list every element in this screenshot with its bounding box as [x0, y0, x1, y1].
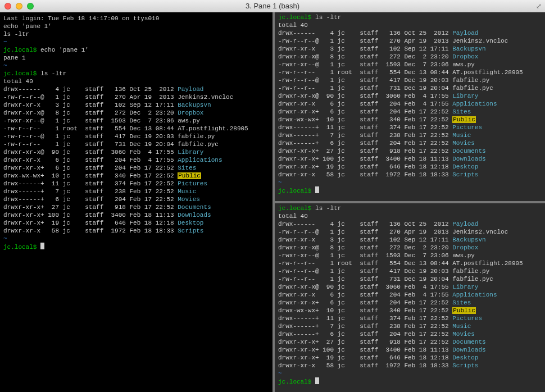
- pane-left[interactable]: Last login: Tue Feb 18 14:17:09 on ttys0…: [0, 12, 272, 392]
- close-icon[interactable]: [4, 3, 11, 10]
- ls-row: drwxr-xr-x+ 6 jc staff 204 Feb 17 22:52 …: [278, 299, 542, 307]
- file-music: Music: [452, 323, 471, 330]
- ls-row: drwxr-xr-x 3 jc staff 102 Sep 12 17:11 B…: [278, 45, 542, 53]
- file-fabfile-py: fabfile.py: [452, 268, 489, 275]
- file-aws-py: aws.py: [452, 61, 475, 68]
- terminal-area: Last login: Tue Feb 18 14:17:09 on ttys0…: [0, 12, 545, 392]
- file-music: Music: [178, 188, 196, 195]
- file-public: Public: [178, 172, 201, 179]
- ls-row: -rw-r--r--@ 1 jc staff 417 Dec 19 20:03 …: [278, 267, 542, 275]
- ls-row: drwxr-xr-x 3 jc staff 102 Sep 12 17:11 B…: [3, 101, 269, 109]
- ls-row: drwxr-xr-x+ 19 jc staff 646 Feb 18 12:18…: [278, 163, 542, 171]
- file-fabfile-pyc: fabfile.pyc: [178, 141, 219, 148]
- prompt-host: jc.local$: [278, 205, 311, 212]
- file-aws-py: aws.py: [452, 252, 475, 259]
- ls-row: -rw-r--r--@ 1 jc staff 270 Apr 19 2013 J…: [278, 228, 542, 236]
- file-library: Library: [452, 93, 478, 99]
- file-library: Library: [452, 284, 478, 290]
- file-backupsvn: Backupsvn: [178, 102, 211, 108]
- ls-row: -rw-r--r-- 1 jc staff 731 Dec 19 20:04 f…: [3, 140, 269, 148]
- prompt-line: jc.local$: [278, 186, 542, 195]
- window-title: 3. Pane 1 (bash): [0, 2, 545, 10]
- prompt-host: jc.local$: [3, 70, 37, 77]
- cursor: [40, 243, 44, 249]
- file-downloads: Downloads: [452, 347, 485, 353]
- file-movies: Movies: [452, 331, 475, 338]
- ls-row: drwxr-xr-x 58 jc staff 1972 Feb 18 18:33…: [278, 362, 542, 370]
- file-pictures: Pictures: [452, 124, 482, 131]
- ls-row: drwxr-xr-x 6 jc staff 204 Feb 4 17:55 Ap…: [278, 291, 542, 299]
- file-applications: Applications: [452, 101, 497, 107]
- file-aws-py: aws.py: [178, 117, 200, 124]
- ls-row: drwxr-xr-x@ 90 jc staff 3060 Feb 4 17:55…: [278, 92, 542, 100]
- ls-row: drwxr-xr-x@ 90 jc staff 3060 Feb 4 17:55…: [3, 148, 269, 156]
- ls-row: drwxr-xr-x+ 27 jc staff 918 Feb 17 22:52…: [278, 338, 542, 346]
- tilde-line: ~: [278, 179, 542, 186]
- ls-row: drwx------+ 11 jc staff 374 Feb 17 22:52…: [278, 124, 542, 131]
- ls-row: -rw-r--r-- 1 root staff 554 Dec 13 08:44…: [278, 69, 542, 76]
- ls-row: -rw-r--r--@ 1 jc staff 270 Apr 19 2013 J…: [3, 93, 269, 101]
- prompt-host: jc.local$: [278, 188, 311, 194]
- file-movies: Movies: [452, 140, 475, 147]
- prompt-host: jc.local$: [3, 47, 37, 53]
- prompt-line: jc.local$ ls -ltr: [278, 13, 542, 21]
- ls-row: drwxr-xr-x+ 27 jc staff 918 Feb 17 22:52…: [278, 147, 542, 155]
- file-documents: Documents: [452, 339, 485, 345]
- ls-row: drwx------+ 6 jc staff 204 Feb 17 22:52 …: [278, 330, 542, 338]
- file-applications: Applications: [452, 291, 497, 298]
- ls-total: total 40: [278, 21, 542, 29]
- file-desktop: Desktop: [452, 354, 478, 361]
- file-at-postflight-28905: AT.postflight.28905: [178, 125, 248, 132]
- file-library: Library: [178, 149, 203, 156]
- file-jenkins2-vncloc: Jenkins2.vncloc: [452, 38, 508, 44]
- ls-row: -rw-r--r--@ 1 jc staff 417 Dec 19 20:03 …: [278, 76, 542, 84]
- zoom-icon[interactable]: [27, 3, 34, 10]
- tilde-line: ~: [3, 38, 269, 46]
- ls-row: drwxr-xr-x+ 100 jc staff 3400 Feb 18 11:…: [3, 211, 269, 219]
- file-sites: Sites: [178, 165, 196, 171]
- ls-row: -rwxr-xr--@ 1 jc staff 1593 Dec 7 23:06 …: [3, 117, 269, 125]
- file-pictures: Pictures: [452, 315, 482, 322]
- prompt-host: jc.local$: [3, 244, 37, 250]
- file-backupsvn: Backupsvn: [452, 236, 485, 243]
- ls-row: drwxr-xr-x+ 6 jc staff 204 Feb 17 22:52 …: [3, 164, 269, 172]
- ls-row: -rw-r--r-- 1 jc staff 731 Dec 19 20:04 f…: [278, 84, 542, 92]
- file-backupsvn: Backupsvn: [452, 45, 485, 52]
- header-line: ls -ltr: [3, 30, 269, 38]
- pane-right-bottom[interactable]: jc.local$ ls -ltrtotal 40drwx------ 4 jc…: [275, 201, 545, 392]
- ls-row: drwx------+ 7 jc staff 238 Feb 17 22:52 …: [278, 131, 542, 139]
- file-fabfile-pyc: fabfile.pyc: [452, 85, 493, 92]
- ls-row: drwx------ 4 jc staff 136 Oct 25 2012 Pa…: [3, 85, 269, 93]
- file-downloads: Downloads: [452, 156, 485, 162]
- right-column: jc.local$ ls -ltrtotal 40drwx------ 4 jc…: [272, 12, 545, 392]
- expand-icon[interactable]: ⤢: [536, 2, 542, 10]
- prompt-line: jc.local$: [278, 377, 542, 386]
- pane-right-top[interactable]: jc.local$ ls -ltrtotal 40drwx------ 4 jc…: [275, 12, 545, 201]
- ls-row: drwxr-xr-x@ 90 jc staff 3060 Feb 4 17:55…: [278, 283, 542, 291]
- file-fabfile-pyc: fabfile.pyc: [452, 276, 493, 282]
- prompt-command: ls -ltr: [40, 70, 66, 77]
- cursor: [315, 377, 319, 384]
- ls-row: drwxr-xr-x 58 jc staff 1972 Feb 18 18:33…: [278, 171, 542, 179]
- prompt-line: jc.local$ ls -ltr: [278, 204, 542, 212]
- prompt-command: echo 'pane 1': [40, 47, 89, 53]
- file-scripts: Scripts: [452, 362, 478, 369]
- header-line: echo 'pane 1': [3, 22, 269, 30]
- ls-row: drwx-wx-wx+ 10 jc staff 340 Feb 17 22:52…: [3, 172, 269, 180]
- ls-row: drwxr-xr-x+ 27 jc staff 918 Feb 17 22:52…: [3, 203, 269, 211]
- ls-row: drwxr-xr-x 58 jc staff 1972 Feb 18 18:33…: [3, 227, 269, 235]
- file-sites: Sites: [452, 108, 471, 115]
- file-payload: Payload: [452, 30, 478, 37]
- header-line: Last login: Tue Feb 18 14:17:09 on ttys0…: [3, 15, 269, 22]
- ls-row: drwxr-xr-x 6 jc staff 204 Feb 4 17:55 Ap…: [3, 156, 269, 164]
- file-pictures: Pictures: [178, 180, 207, 187]
- ls-row: -rw-r--r-- 1 root staff 554 Dec 13 08:44…: [278, 259, 542, 267]
- ls-row: drwx------+ 7 jc staff 238 Feb 17 22:52 …: [3, 188, 269, 195]
- ls-row: -rw-r--r--@ 1 jc staff 270 Apr 19 2013 J…: [278, 37, 542, 45]
- file-desktop: Desktop: [178, 220, 203, 226]
- file-scripts: Scripts: [178, 227, 203, 234]
- ls-row: drwx------+ 6 jc staff 204 Feb 17 22:52 …: [278, 139, 542, 147]
- ls-row: drwx------+ 6 jc staff 204 Feb 17 22:52 …: [3, 195, 269, 203]
- minimize-icon[interactable]: [16, 3, 22, 10]
- ls-row: drwxr-xr-x@ 8 jc staff 272 Dec 2 23:20 D…: [3, 109, 269, 117]
